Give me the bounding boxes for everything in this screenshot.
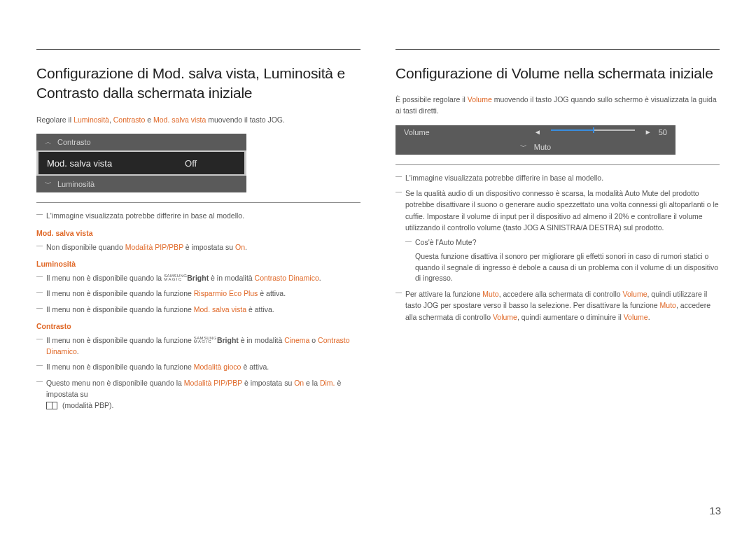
subhead-mod-salva-vista: Mod. salva vista [36, 229, 360, 237]
osd-label: Contrasto [57, 138, 91, 146]
accent: Modalità PIP/PBP [184, 379, 242, 387]
accent: Risparmio Eco Plus [194, 289, 258, 297]
note-image-differ: L'immagine visualizzata potrebbe differi… [36, 210, 360, 221]
text: Il menu non è disponibile quando la [46, 274, 164, 282]
osd-preview: ︿ Contrasto Mod. salva vista Off ﹀ Lumin… [36, 134, 246, 192]
subhead-contrasto: Contrasto [36, 322, 360, 330]
samsung-magic-icon: SAMSUNGMAGIC [164, 274, 187, 281]
divider [36, 49, 360, 50]
osd-volume-preview: Volume ◄ ► 50 ﹀ Muto [396, 125, 676, 155]
accent: Modalità PIP/PBP [125, 243, 183, 251]
text: Bright [187, 274, 209, 282]
text: è attiva. [241, 363, 269, 371]
chevron-up-icon: ︿ [45, 137, 52, 147]
note: Il menu non è disponibile quando la funz… [36, 335, 360, 358]
text: è in modalità [209, 274, 254, 282]
text: Per attivare la funzione [405, 290, 482, 298]
accent-luminosita: Luminosità [74, 115, 109, 124]
text: Il menu non è disponibile quando la funz… [46, 363, 194, 371]
accent: Muto [660, 301, 676, 309]
osd-value: Off [185, 158, 197, 169]
text: è attiva. [258, 289, 286, 297]
accent: Cinema [284, 336, 309, 344]
text: , accedere alla schermata di controllo [499, 290, 623, 298]
text: Non disponibile quando [46, 243, 125, 251]
text: È possibile regolare il [396, 95, 468, 104]
accent: Mod. salva vista [194, 305, 246, 314]
accent: Muto [482, 290, 498, 298]
divider [36, 202, 360, 203]
osd-label: Luminosità [57, 180, 94, 188]
accent: On [294, 379, 304, 387]
pbp-icon [46, 402, 57, 409]
right-heading: Configurazione di Volume nella schermata… [396, 64, 720, 83]
sub-note-question: Cos'è l'Auto Mute? [396, 237, 720, 248]
text: è impostata su [242, 379, 294, 387]
text: e la [304, 379, 320, 387]
text: Il menu non è disponibile quando la funz… [46, 305, 194, 314]
note: Il menu non è disponibile quando la funz… [36, 304, 360, 315]
accent: Modalità gioco [194, 363, 241, 371]
note: Non disponibile quando Modalità PIP/PBP … [36, 241, 360, 253]
osd-muto-row: ﹀ Muto [396, 139, 676, 155]
text: . [648, 313, 650, 321]
arrow-left-icon: ◄ [534, 128, 541, 136]
text: Questo menu non è disponibile quando la [46, 379, 184, 387]
text: (modalità PBP). [60, 401, 113, 409]
accent: Volume [624, 313, 648, 321]
text: muovendo il tasto JOG. [206, 115, 285, 124]
accent: Volume [493, 313, 517, 321]
divider [396, 164, 720, 165]
text: e [145, 115, 153, 124]
note: Il menu non è disponibile quando la SAMS… [36, 272, 360, 283]
sub-note-answer: Questa funzione disattiva il sonoro per … [396, 251, 720, 284]
text: , quindi aumentare o diminuire il [517, 313, 624, 321]
osd-value: 50 [659, 128, 667, 136]
text: Bright [217, 336, 239, 344]
osd-volume-row: Volume ◄ ► 50 [396, 125, 676, 139]
divider [396, 49, 720, 50]
text: . [319, 274, 321, 282]
text: Il menu non è disponibile quando la funz… [46, 289, 194, 297]
osd-label: Muto [534, 143, 551, 151]
page-number: 13 [709, 505, 721, 517]
accent: Contrasto Dinamico [255, 274, 319, 282]
accent: On [235, 243, 245, 251]
volume-slider [551, 129, 635, 131]
arrow-right-icon: ► [645, 128, 652, 136]
text: Il menu non è disponibile quando la funz… [46, 336, 194, 344]
text: è impostata su [183, 243, 235, 251]
note: Questo menu non è disponibile quando la … [36, 377, 360, 412]
samsung-magic-icon: SAMSUNGMAGIC [194, 336, 217, 344]
accent-contrasto: Contrasto [113, 115, 146, 124]
note-image-differ: L'immagine visualizzata potrebbe differi… [396, 172, 720, 183]
osd-row-luminosita: ﹀ Luminosità [36, 176, 246, 192]
text: Regolare il [36, 115, 74, 124]
text: è in modalità [239, 336, 284, 344]
left-intro: Regolare il Luminosità, Contrasto e Mod.… [36, 115, 360, 126]
note: Il menu non è disponibile quando la funz… [36, 361, 360, 372]
note-muto: Per attivare la funzione Muto, accedere … [396, 288, 720, 323]
accent: Volume [623, 290, 648, 298]
accent-volume: Volume [468, 95, 492, 104]
text: o [309, 336, 318, 344]
left-heading: Configurazione di Mod. salva vista, Lumi… [36, 64, 360, 104]
text: . [245, 243, 247, 251]
subhead-luminosita: Luminosità [36, 260, 360, 268]
right-intro: È possibile regolare il Volume muovendo … [396, 94, 720, 117]
right-column: Configurazione di Volume nella schermata… [396, 49, 720, 415]
chevron-down-icon: ﹀ [45, 179, 52, 189]
osd-row-contrasto: ︿ Contrasto [36, 134, 246, 150]
accent: Dim. [320, 379, 335, 387]
osd-label: Volume [404, 128, 430, 136]
osd-row-selected: Mod. salva vista Off [36, 150, 246, 176]
note: Il menu non è disponibile quando la funz… [36, 288, 360, 299]
note-auto-mute: Se la qualità audio di un dispositivo co… [396, 188, 720, 233]
left-column: Configurazione di Mod. salva vista, Lumi… [36, 49, 360, 415]
chevron-down-icon: ﹀ [520, 142, 527, 152]
text: . [77, 347, 79, 356]
osd-label: Mod. salva vista [47, 158, 112, 169]
accent-mod-salva-vista: Mod. salva vista [153, 115, 206, 124]
text: è attiva. [246, 305, 274, 314]
